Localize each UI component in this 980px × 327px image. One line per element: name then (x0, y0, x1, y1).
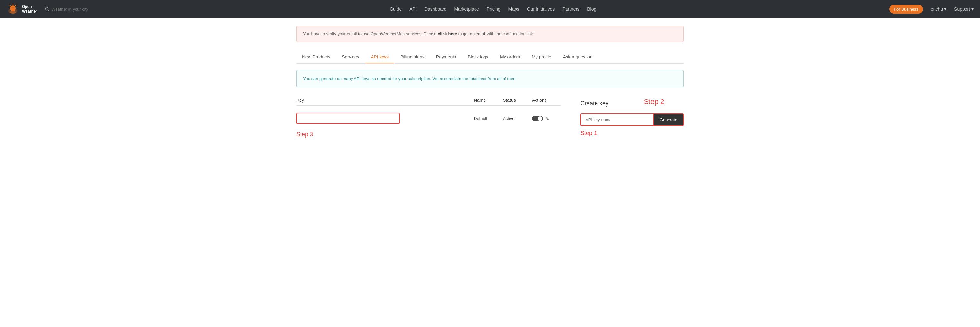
nav-marketplace[interactable]: Marketplace (451, 5, 482, 14)
col-status-header: Status (503, 97, 532, 103)
key-name-default: Default (474, 116, 503, 121)
nav-api[interactable]: API (406, 5, 420, 14)
svg-line-7 (48, 10, 49, 11)
tab-services[interactable]: Services (336, 51, 365, 63)
alert-click-here-link[interactable]: click here (438, 31, 457, 36)
table-header: Key Name Status Actions (296, 97, 561, 106)
generate-button[interactable]: Generate (654, 113, 684, 126)
search-bar[interactable] (45, 7, 97, 12)
main-content: You have to verify your email to use Ope… (290, 18, 690, 159)
email-verification-alert: You have to verify your email to use Ope… (296, 26, 684, 42)
tab-new-products[interactable]: New Products (296, 51, 336, 63)
navbar: OpenWeather Guide API Dashboard Marketpl… (0, 0, 980, 18)
col-name-header: Name (474, 97, 503, 103)
search-icon (45, 7, 49, 11)
nav-guide[interactable]: Guide (387, 5, 405, 14)
svg-line-4 (15, 5, 16, 6)
key-status-active: Active (503, 116, 532, 121)
col-actions-header: Actions (532, 97, 561, 103)
create-key-title: Create key (581, 100, 684, 107)
tab-api-keys[interactable]: API keys (365, 51, 395, 63)
main-nav: Guide API Dashboard Marketplace Pricing … (104, 5, 881, 14)
col-key-header: Key (296, 97, 474, 103)
nav-partners[interactable]: Partners (559, 5, 583, 14)
support-menu[interactable]: Support ▾ (954, 6, 974, 12)
logo-link[interactable]: OpenWeather (6, 3, 37, 16)
api-keys-info-box: You can generate as many API keys as nee… (296, 70, 684, 88)
step3-label: Step 3 (296, 131, 561, 138)
tab-billing-plans[interactable]: Billing plans (395, 51, 430, 63)
nav-blog[interactable]: Blog (584, 5, 600, 14)
for-business-button[interactable]: For Business (889, 5, 923, 14)
key-actions: ✎ (532, 116, 561, 121)
api-keys-section: Key Name Status Actions Default Active ✎… (296, 97, 684, 151)
nav-dashboard[interactable]: Dashboard (421, 5, 450, 14)
tab-payments[interactable]: Payments (430, 51, 462, 63)
tab-ask-question[interactable]: Ask a question (557, 51, 598, 63)
nav-maps[interactable]: Maps (505, 5, 523, 14)
logo-text: OpenWeather (22, 5, 37, 14)
table-row: Default Active ✎ (296, 110, 561, 127)
api-key-name-input[interactable] (581, 113, 654, 126)
tab-my-orders[interactable]: My orders (494, 51, 526, 63)
alert-text-end: to get an email with the confirmation li… (457, 31, 534, 36)
create-key-wrapper: Step 2 Create key Generate Step 1 (581, 97, 684, 137)
search-input[interactable] (51, 7, 97, 12)
user-menu[interactable]: erichu ▾ (931, 6, 947, 12)
edit-icon[interactable]: ✎ (546, 116, 549, 121)
svg-point-2 (10, 11, 16, 14)
tab-block-logs[interactable]: Block logs (462, 51, 494, 63)
openweather-logo-icon (6, 3, 19, 16)
svg-line-5 (10, 5, 11, 6)
create-key-row: Generate (581, 113, 684, 126)
tab-my-profile[interactable]: My profile (526, 51, 557, 63)
step1-label: Step 1 (581, 130, 684, 137)
api-keys-table-area: Key Name Status Actions Default Active ✎… (296, 97, 561, 138)
nav-our-initiatives[interactable]: Our Initiatives (524, 5, 558, 14)
key-toggle[interactable] (532, 116, 543, 121)
nav-pricing[interactable]: Pricing (484, 5, 504, 14)
create-key-area: Create key Generate Step 1 (581, 100, 684, 137)
step2-label: Step 2 (644, 97, 664, 106)
info-box-text: You can generate as many API keys as nee… (303, 76, 518, 81)
api-key-value-input[interactable] (296, 113, 399, 124)
alert-text-start: You have to verify your email to use Ope… (303, 31, 438, 36)
tab-bar: New Products Services API keys Billing p… (296, 51, 684, 64)
